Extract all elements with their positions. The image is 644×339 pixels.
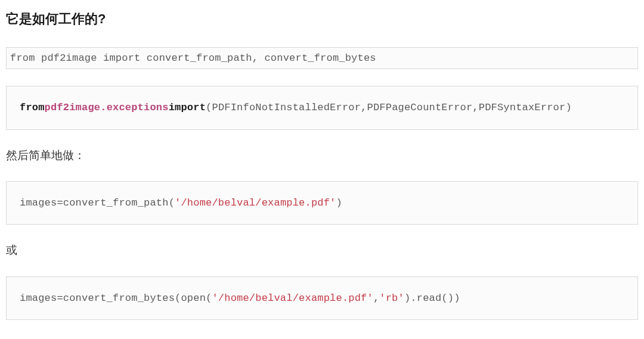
- code-block-4: images=convert_from_bytes(open('/home/be…: [6, 276, 638, 320]
- imported-names: PDFInfoNotInstalledError,PDFPageCountErr…: [212, 102, 565, 113]
- paragraph-1: 然后简单地做：: [6, 147, 638, 164]
- code-prefix: images=convert_from_path(: [20, 197, 175, 209]
- code-block-3: images=convert_from_path('/home/belval/e…: [6, 181, 638, 225]
- code-suffix: ).read()): [404, 293, 460, 304]
- keyword-import: import: [169, 102, 206, 113]
- section-heading: 它是如何工作的?: [6, 8, 638, 29]
- paragraph-2: 或: [6, 241, 638, 259]
- string-literal: '/home/belval/example.pdf': [175, 197, 336, 209]
- code-block-2: frompdf2image.exceptionsimport(PDFInfoNo…: [6, 86, 638, 129]
- code-block-1: from pdf2image import convert_from_path,…: [6, 47, 638, 69]
- code-suffix: ): [336, 197, 342, 209]
- open-paren: (: [206, 102, 212, 113]
- module-path: pdf2image.exceptions: [45, 102, 169, 113]
- code-prefix: images=convert_from_bytes(open(: [20, 293, 212, 304]
- code-line: from pdf2image import convert_from_path,…: [10, 52, 376, 64]
- string-literal-2: 'rb': [379, 293, 404, 304]
- string-literal-1: '/home/belval/example.pdf': [212, 293, 373, 304]
- close-paren: ): [565, 102, 571, 113]
- keyword-from: from: [20, 102, 45, 113]
- comma: ,: [373, 293, 379, 304]
